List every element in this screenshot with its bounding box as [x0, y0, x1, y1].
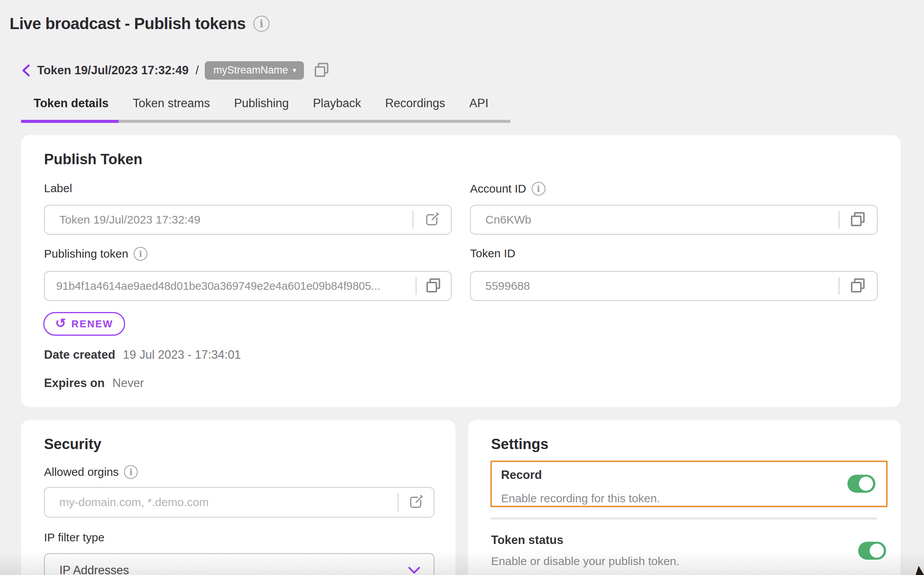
- breadcrumb: Token 19/Jul/2023 17:32:49 / myStreamNam…: [21, 61, 331, 80]
- record-setting-highlight: Record Enable recording for this token.: [490, 461, 888, 507]
- allowed-origins-info-icon[interactable]: i: [124, 465, 138, 479]
- label-input[interactable]: [45, 206, 413, 234]
- account-id-label: Account ID i: [470, 182, 545, 196]
- tab-recordings[interactable]: Recordings: [385, 96, 445, 110]
- edit-allowed-origins-button[interactable]: [398, 488, 434, 517]
- publishing-token-label: Publishing token i: [44, 247, 147, 261]
- publish-token-card: Publish Token Label Account ID i: [21, 135, 901, 407]
- breadcrumb-separator: /: [196, 64, 199, 77]
- page-header: Live broadcast - Publish tokens i: [10, 15, 269, 33]
- stream-name-dropdown[interactable]: myStreamName ▾: [205, 61, 304, 80]
- caret-down-icon: ▾: [292, 67, 296, 74]
- settings-divider: [490, 518, 877, 519]
- expires-on-row: Expires on Never: [44, 376, 144, 390]
- tab-playback[interactable]: Playback: [313, 96, 361, 110]
- allowed-origins-label: Allowed orgins i: [44, 465, 138, 479]
- security-heading: Security: [44, 436, 101, 452]
- record-toggle-knob: [859, 477, 873, 491]
- back-chevron-icon[interactable]: [21, 64, 31, 77]
- settings-card: Settings Record Enable recording for thi…: [468, 420, 901, 575]
- token-status-toggle[interactable]: [858, 542, 886, 560]
- copy-publishing-token-button[interactable]: [416, 272, 451, 300]
- token-id-field: [470, 271, 878, 301]
- date-created-row: Date created 19 Jul 2023 - 17:34:01: [44, 348, 241, 362]
- token-status-label: Token status: [491, 533, 563, 547]
- tab-token-details[interactable]: Token details: [34, 96, 109, 110]
- allowed-origins-input[interactable]: [45, 488, 398, 517]
- edit-label-button[interactable]: [413, 206, 451, 234]
- token-status-description: Enable or disable your publish token.: [491, 555, 679, 568]
- chevron-down-icon: [408, 566, 421, 575]
- ip-filter-type-value: IP Addresses: [59, 564, 129, 575]
- settings-heading: Settings: [491, 436, 549, 452]
- copy-token-id-button[interactable]: [839, 272, 877, 300]
- publishing-token-value[interactable]: [45, 272, 416, 300]
- tab-publishing[interactable]: Publishing: [234, 96, 289, 110]
- security-card: Security Allowed orgins i IP filter type…: [21, 420, 455, 575]
- ip-filter-type-label: IP filter type: [44, 531, 104, 544]
- renew-button[interactable]: ↺ RENEW: [43, 312, 125, 336]
- account-id-info-icon[interactable]: i: [532, 182, 545, 196]
- token-id-label: Token ID: [470, 247, 515, 260]
- tab-bar: Token details Token streams Publishing P…: [34, 96, 488, 110]
- publish-token-heading: Publish Token: [44, 151, 142, 168]
- tab-api[interactable]: API: [469, 96, 488, 110]
- active-tab-indicator: [21, 120, 119, 123]
- ip-filter-type-select[interactable]: IP Addresses: [44, 553, 434, 575]
- publishing-token-field: [44, 271, 452, 301]
- expires-on-value: Never: [113, 376, 144, 390]
- token-status-toggle-knob: [870, 544, 884, 558]
- copy-account-id-button[interactable]: [839, 206, 877, 234]
- expires-on-label: Expires on: [44, 376, 105, 390]
- record-label: Record: [501, 468, 886, 482]
- tab-track: [119, 120, 511, 123]
- page-info-icon[interactable]: i: [253, 16, 269, 32]
- mouse-cursor: [914, 565, 924, 575]
- date-created-label: Date created: [44, 348, 115, 362]
- label-field: [44, 205, 452, 235]
- copy-stream-name-button[interactable]: [313, 62, 331, 79]
- record-toggle[interactable]: [847, 475, 875, 493]
- record-description: Enable recording for this token.: [501, 492, 886, 505]
- page-title: Live broadcast - Publish tokens: [10, 15, 246, 33]
- breadcrumb-token-label: Token 19/Jul/2023 17:32:49: [37, 64, 189, 77]
- account-id-field: [470, 205, 878, 235]
- renew-icon: ↺: [55, 317, 66, 330]
- tab-token-streams[interactable]: Token streams: [133, 96, 210, 110]
- account-id-value[interactable]: [471, 206, 839, 234]
- token-id-value[interactable]: [471, 272, 839, 300]
- date-created-value: 19 Jul 2023 - 17:34:01: [123, 348, 241, 362]
- publishing-token-info-icon[interactable]: i: [134, 247, 147, 261]
- allowed-origins-field: [44, 487, 434, 518]
- stream-name-label: myStreamName: [213, 64, 288, 76]
- label-field-label: Label: [44, 182, 72, 195]
